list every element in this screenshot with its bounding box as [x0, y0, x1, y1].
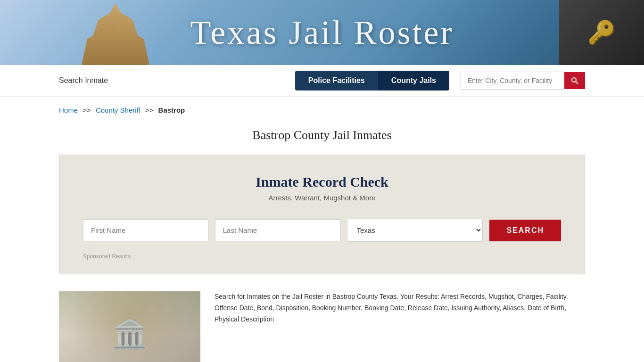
record-check-box: Inmate Record Check Arrests, Warrant, Mu…: [59, 155, 585, 274]
inmate-search-form: AlabamaAlaskaArizonaArkansasCaliforniaCo…: [83, 219, 561, 242]
sponsored-label: Sponsored Results: [83, 253, 561, 260]
first-name-input[interactable]: [83, 219, 208, 241]
courthouse-image: 🏛️: [59, 291, 200, 362]
header-banner: Texas Jail Roster: [0, 0, 644, 65]
last-name-input[interactable]: [215, 219, 340, 241]
nav-buttons: Police Facilities County Jails: [295, 71, 449, 90]
page-title: Bastrop County Jail Inmates: [0, 128, 644, 142]
search-inmate-label: Search Inmate: [59, 76, 286, 85]
bottom-description: Search for Inmates on the Jail Roster in…: [215, 291, 585, 325]
police-facilities-btn[interactable]: Police Facilities: [295, 71, 378, 90]
keys-illustration: [559, 0, 644, 65]
record-check-subtitle: Arrests, Warrant, Mugshot & More: [83, 194, 561, 202]
facility-search-wrapper: [461, 72, 585, 90]
facility-search-input[interactable]: [461, 72, 564, 90]
inmate-search-button[interactable]: SEARCH: [489, 220, 561, 241]
navbar: Search Inmate Police Facilities County J…: [0, 65, 644, 97]
svg-point-0: [572, 78, 576, 82]
breadcrumb: Home >> County Sheriff >> Bastrop: [0, 97, 644, 119]
page-title-section: Bastrop County Jail Inmates: [0, 119, 644, 147]
state-select[interactable]: AlabamaAlaskaArizonaArkansasCaliforniaCo…: [347, 219, 483, 242]
site-title: Texas Jail Roster: [190, 13, 454, 52]
breadcrumb-home[interactable]: Home: [59, 106, 78, 114]
bottom-section: 🏛️ Search for Inmates on the Jail Roster…: [0, 282, 644, 362]
record-check-title: Inmate Record Check: [83, 174, 561, 190]
county-jails-btn[interactable]: County Jails: [378, 71, 449, 90]
breadcrumb-county-sheriff[interactable]: County Sheriff: [96, 106, 140, 114]
courthouse-icon: 🏛️: [112, 317, 148, 351]
search-icon: [571, 77, 578, 84]
breadcrumb-sep1: >>: [83, 106, 91, 114]
breadcrumb-current: Bastrop: [158, 106, 185, 114]
facility-search-button[interactable]: [564, 72, 585, 89]
svg-line-1: [576, 82, 578, 84]
breadcrumb-sep2: >>: [145, 106, 154, 114]
capitol-illustration: [59, 0, 172, 65]
